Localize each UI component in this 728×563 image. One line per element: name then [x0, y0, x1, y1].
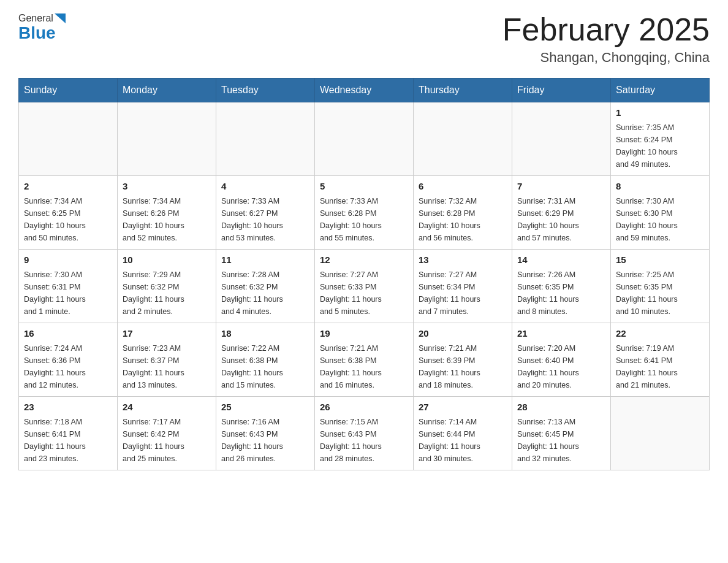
day-info: Sunset: 6:28 PM: [419, 207, 507, 220]
title-area: February 2025 Shangan, Chongqing, China: [502, 12, 710, 66]
day-number: 6: [419, 180, 507, 194]
calendar-cell: 6Sunrise: 7:32 AMSunset: 6:28 PMDaylight…: [414, 176, 512, 250]
day-number: 21: [517, 327, 605, 341]
day-info: Sunset: 6:45 PM: [517, 428, 605, 440]
day-info: Sunrise: 7:34 AM: [24, 195, 112, 207]
calendar-cell: 9Sunrise: 7:30 AMSunset: 6:31 PMDaylight…: [19, 250, 118, 323]
day-info: Sunrise: 7:31 AM: [517, 195, 605, 207]
day-info: Sunrise: 7:27 AM: [419, 269, 507, 281]
day-info: and 49 minutes.: [616, 158, 704, 170]
day-info: Sunrise: 7:16 AM: [221, 416, 309, 428]
calendar-cell: 4Sunrise: 7:33 AMSunset: 6:27 PMDaylight…: [216, 176, 315, 250]
location: Shangan, Chongqing, China: [502, 50, 710, 66]
calendar-cell: 2Sunrise: 7:34 AMSunset: 6:25 PMDaylight…: [19, 176, 118, 250]
day-info: Sunset: 6:44 PM: [419, 428, 507, 440]
day-number: 16: [24, 327, 112, 341]
day-number: 7: [517, 180, 605, 194]
calendar-cell: 1Sunrise: 7:35 AMSunset: 6:24 PMDaylight…: [611, 102, 710, 176]
day-info: Sunset: 6:29 PM: [517, 207, 605, 220]
day-info: Daylight: 10 hours: [616, 146, 704, 158]
day-info: Sunrise: 7:35 AM: [616, 121, 704, 134]
day-info: Daylight: 11 hours: [517, 440, 605, 453]
calendar-cell: 28Sunrise: 7:13 AMSunset: 6:45 PMDayligh…: [512, 397, 611, 470]
day-info: Sunset: 6:26 PM: [123, 207, 211, 220]
week-row: 2Sunrise: 7:34 AMSunset: 6:25 PMDaylight…: [19, 176, 710, 250]
calendar-cell: 8Sunrise: 7:30 AMSunset: 6:30 PMDaylight…: [611, 176, 710, 250]
day-info: Daylight: 11 hours: [320, 367, 408, 379]
day-number: 19: [320, 327, 408, 341]
day-info: Daylight: 11 hours: [221, 367, 309, 379]
day-info: Daylight: 11 hours: [616, 367, 704, 379]
day-info: Daylight: 11 hours: [616, 293, 704, 305]
day-info: Sunset: 6:35 PM: [517, 281, 605, 293]
calendar-header-row: SundayMondayTuesdayWednesdayThursdayFrid…: [19, 79, 710, 102]
day-info: and 57 minutes.: [517, 232, 605, 244]
day-info: Sunrise: 7:21 AM: [320, 342, 408, 354]
day-number: 22: [616, 327, 704, 341]
day-of-week-header: Tuesday: [216, 79, 315, 102]
day-number: 17: [123, 327, 211, 341]
day-number: 18: [221, 327, 309, 341]
day-info: Daylight: 10 hours: [616, 220, 704, 232]
calendar-cell: 3Sunrise: 7:34 AMSunset: 6:26 PMDaylight…: [118, 176, 216, 250]
day-of-week-header: Friday: [512, 79, 611, 102]
day-info: Daylight: 11 hours: [24, 440, 112, 453]
day-info: Sunset: 6:37 PM: [123, 354, 211, 367]
logo: General Blue: [18, 12, 66, 43]
day-info: Sunrise: 7:13 AM: [517, 416, 605, 428]
day-number: 25: [221, 400, 309, 415]
day-info: Sunset: 6:30 PM: [616, 207, 704, 220]
day-info: and 7 minutes.: [419, 305, 507, 318]
day-info: Sunrise: 7:28 AM: [221, 269, 309, 281]
calendar-table: SundayMondayTuesdayWednesdayThursdayFrid…: [18, 78, 710, 470]
day-info: Daylight: 11 hours: [24, 293, 112, 305]
day-info: Sunrise: 7:26 AM: [517, 269, 605, 281]
day-info: Daylight: 11 hours: [517, 367, 605, 379]
day-info: Daylight: 10 hours: [320, 220, 408, 232]
day-number: 26: [320, 400, 408, 415]
day-info: Sunset: 6:27 PM: [221, 207, 309, 220]
calendar-cell: 26Sunrise: 7:15 AMSunset: 6:43 PMDayligh…: [315, 397, 414, 470]
svg-marker-0: [55, 13, 66, 23]
day-info: Sunset: 6:41 PM: [24, 428, 112, 440]
day-info: Sunset: 6:31 PM: [24, 281, 112, 293]
calendar-cell: 23Sunrise: 7:18 AMSunset: 6:41 PMDayligh…: [19, 397, 118, 470]
day-info: Sunset: 6:38 PM: [320, 354, 408, 367]
day-of-week-header: Saturday: [611, 79, 710, 102]
day-number: 10: [123, 253, 211, 267]
day-info: and 15 minutes.: [221, 379, 309, 391]
day-number: 28: [517, 400, 605, 415]
calendar-cell: 21Sunrise: 7:20 AMSunset: 6:40 PMDayligh…: [512, 323, 611, 397]
day-number: 24: [123, 400, 211, 415]
day-info: Daylight: 11 hours: [221, 440, 309, 453]
week-row: 1Sunrise: 7:35 AMSunset: 6:24 PMDaylight…: [19, 102, 710, 176]
day-info: Sunrise: 7:32 AM: [419, 195, 507, 207]
calendar-cell: 10Sunrise: 7:29 AMSunset: 6:32 PMDayligh…: [118, 250, 216, 323]
day-info: Daylight: 10 hours: [419, 220, 507, 232]
day-info: Sunrise: 7:22 AM: [221, 342, 309, 354]
day-info: and 21 minutes.: [616, 379, 704, 391]
day-info: Sunrise: 7:30 AM: [616, 195, 704, 207]
day-info: Sunrise: 7:25 AM: [616, 269, 704, 281]
logo-general-text: General: [18, 13, 53, 24]
calendar-cell: 15Sunrise: 7:25 AMSunset: 6:35 PMDayligh…: [611, 250, 710, 323]
day-number: 5: [320, 180, 408, 194]
logo-blue-text: Blue: [18, 23, 56, 43]
day-number: 20: [419, 327, 507, 341]
day-info: Sunrise: 7:23 AM: [123, 342, 211, 354]
day-info: Sunrise: 7:29 AM: [123, 269, 211, 281]
day-info: and 10 minutes.: [616, 305, 704, 318]
day-info: Sunrise: 7:17 AM: [123, 416, 211, 428]
day-info: Sunset: 6:32 PM: [221, 281, 309, 293]
day-info: and 52 minutes.: [123, 232, 211, 244]
day-info: Sunset: 6:33 PM: [320, 281, 408, 293]
day-info: Sunrise: 7:20 AM: [517, 342, 605, 354]
calendar-cell: 17Sunrise: 7:23 AMSunset: 6:37 PMDayligh…: [118, 323, 216, 397]
calendar-cell: [19, 102, 118, 176]
page-header: General Blue February 2025 Shangan, Chon…: [18, 12, 710, 66]
day-info: Daylight: 11 hours: [123, 293, 211, 305]
day-info: Sunrise: 7:33 AM: [320, 195, 408, 207]
day-info: and 16 minutes.: [320, 379, 408, 391]
day-info: Daylight: 11 hours: [123, 367, 211, 379]
day-number: 15: [616, 253, 704, 267]
